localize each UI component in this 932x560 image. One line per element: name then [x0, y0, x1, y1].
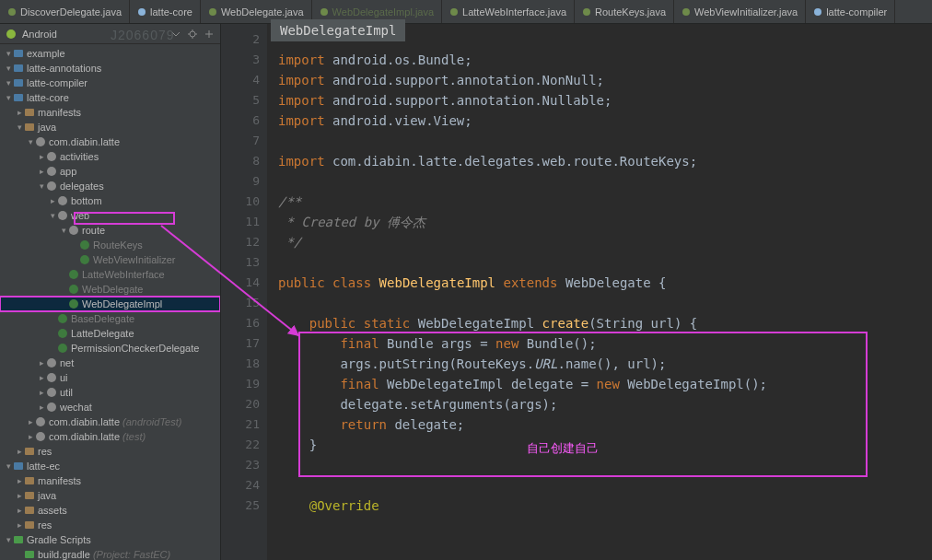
tree-node[interactable]: ▾web — [0, 208, 220, 223]
code-line[interactable] — [278, 293, 932, 313]
tree-node[interactable]: WebDelegate — [0, 282, 220, 297]
editor-tab[interactable]: DiscoverDelegate.java — [0, 0, 130, 23]
tree-node[interactable]: ▾java — [0, 120, 220, 134]
tree-node[interactable]: ▾delegates — [0, 179, 220, 193]
tree-node[interactable]: ▸wechat — [0, 400, 220, 414]
code-line[interactable]: final Bundle args = new Bundle(); — [278, 333, 932, 354]
chevron-down-icon[interactable]: ▾ — [4, 90, 13, 105]
editor-tab[interactable]: WebViewInitializer.java — [674, 0, 806, 23]
chevron-right-icon[interactable]: ▸ — [15, 473, 24, 488]
editor-tab[interactable]: latte-core — [130, 0, 201, 23]
code-line[interactable]: /** — [278, 192, 932, 212]
tree-node[interactable]: ▾latte-ec — [0, 459, 220, 473]
code-line[interactable]: * Created by 傅令杰 — [278, 212, 932, 232]
code-line[interactable]: public static WebDelegateImpl create(Str… — [278, 313, 932, 333]
chevron-down-icon[interactable]: ▾ — [15, 120, 24, 134]
hide-icon[interactable] — [204, 29, 215, 40]
tree-node[interactable]: ▾route — [0, 223, 220, 238]
tree-node[interactable]: ▸res — [0, 518, 220, 532]
tree-node[interactable]: PermissionCheckerDelegate — [0, 341, 220, 356]
chevron-right-icon[interactable]: ▸ — [37, 164, 46, 179]
code-line[interactable]: import android.support.annotation.Nullab… — [278, 90, 932, 111]
tree-node[interactable]: ▾Gradle Scripts — [0, 532, 220, 547]
chevron-down-icon[interactable]: ▾ — [48, 208, 57, 223]
tree-node[interactable]: ▸ui — [0, 370, 220, 385]
chevron-right-icon[interactable]: ▸ — [37, 385, 46, 400]
chevron-down-icon[interactable]: ▾ — [4, 46, 13, 61]
tree-node[interactable]: BaseDelegate — [0, 311, 220, 326]
tree-node[interactable]: WebViewInitializer — [0, 252, 220, 267]
chevron-right-icon[interactable]: ▸ — [26, 429, 35, 444]
tree-node[interactable]: ▾latte-compiler — [0, 76, 220, 90]
tree-node[interactable]: ▸bottom — [0, 193, 220, 208]
code-line[interactable]: return delegate; — [278, 414, 932, 435]
chevron-right-icon[interactable]: ▸ — [15, 488, 24, 503]
editor-tab[interactable]: latte-compiler — [806, 0, 895, 23]
code-line[interactable] — [278, 475, 932, 496]
editor-tab[interactable]: LatteWebInterface.java — [442, 0, 575, 23]
tree-node[interactable]: ▸manifests — [0, 473, 220, 488]
code-line[interactable]: } — [278, 435, 932, 455]
tree-node[interactable]: ▸net — [0, 356, 220, 370]
tree-node[interactable]: ▸com.diabin.latte (androidTest) — [0, 414, 220, 429]
chevron-right-icon[interactable]: ▸ — [37, 356, 46, 370]
chevron-right-icon[interactable]: ▸ — [15, 503, 24, 518]
code-line[interactable]: */ — [278, 232, 932, 252]
tree-label: app — [60, 164, 76, 179]
code-line[interactable] — [278, 252, 932, 273]
chevron-down-icon[interactable]: ▾ — [4, 459, 13, 473]
chevron-down-icon[interactable]: ▾ — [4, 532, 13, 547]
tree-node[interactable]: build.gradle (Project: FastEC) — [0, 547, 220, 560]
chevron-down-icon[interactable]: ▾ — [37, 179, 46, 193]
tree-node[interactable]: ▾latte-core — [0, 90, 220, 105]
chevron-right-icon[interactable]: ▸ — [15, 518, 24, 532]
collapse-icon[interactable] — [170, 29, 181, 40]
editor-tab[interactable]: RouteKeys.java — [575, 0, 674, 23]
gear-icon[interactable] — [187, 29, 198, 40]
tree-node[interactable]: ▸java — [0, 488, 220, 503]
code-area[interactable]: import android.os.Bundle;import android.… — [267, 24, 932, 560]
code-line[interactable] — [278, 455, 932, 475]
chevron-right-icon[interactable]: ▸ — [15, 444, 24, 459]
tree-node[interactable]: LatteDelegate — [0, 326, 220, 341]
chevron-right-icon[interactable]: ▸ — [37, 149, 46, 164]
code-line[interactable]: import com.diabin.latte.delegates.web.ro… — [278, 151, 932, 171]
chevron-right-icon[interactable]: ▸ — [48, 193, 57, 208]
chevron-right-icon[interactable]: ▸ — [37, 400, 46, 414]
chevron-down-icon[interactable]: ▾ — [26, 134, 35, 149]
tree-node[interactable]: RouteKeys — [0, 238, 220, 252]
svg-point-21 — [58, 211, 67, 220]
tree-node[interactable]: ▸activities — [0, 149, 220, 164]
code-line[interactable]: final WebDelegateImpl delegate = new Web… — [278, 374, 932, 394]
code-line[interactable] — [278, 171, 932, 192]
code-line[interactable]: public class WebDelegateImpl extends Web… — [278, 273, 932, 293]
chevron-down-icon[interactable]: ▾ — [59, 223, 68, 238]
code-editor[interactable]: 2345678910111213141516171819202122232425… — [221, 24, 932, 560]
project-tree[interactable]: ▾example▾latte-annotations▾latte-compile… — [0, 44, 220, 560]
tree-node[interactable]: ▸res — [0, 444, 220, 459]
svg-point-3 — [320, 8, 328, 16]
tree-node[interactable]: WebDelegateImpl — [0, 297, 220, 311]
chevron-down-icon[interactable]: ▾ — [4, 61, 13, 76]
project-view-header[interactable]: Android — [0, 24, 220, 44]
chevron-right-icon[interactable]: ▸ — [37, 370, 46, 385]
code-line[interactable]: @Override — [278, 496, 932, 516]
code-line[interactable]: delegate.setArguments(args); — [278, 394, 932, 414]
tree-node[interactable]: ▸app — [0, 164, 220, 179]
tree-node[interactable]: ▸assets — [0, 503, 220, 518]
tree-node[interactable]: ▸util — [0, 385, 220, 400]
code-line[interactable] — [278, 131, 932, 151]
tree-node[interactable]: ▸manifests — [0, 105, 220, 120]
tree-node[interactable]: ▾com.diabin.latte — [0, 134, 220, 149]
tree-node[interactable]: ▾example — [0, 46, 220, 61]
code-line[interactable]: args.putString(RouteKeys.URL.name(), url… — [278, 354, 932, 374]
chevron-right-icon[interactable]: ▸ — [15, 105, 24, 120]
chevron-down-icon[interactable]: ▾ — [4, 76, 13, 90]
tree-node[interactable]: ▾latte-annotations — [0, 61, 220, 76]
tree-node[interactable]: ▸com.diabin.latte (test) — [0, 429, 220, 444]
code-line[interactable]: import android.view.View; — [278, 111, 932, 131]
chevron-right-icon[interactable]: ▸ — [26, 414, 35, 429]
code-line[interactable]: import android.support.annotation.NonNul… — [278, 70, 932, 90]
tree-node[interactable]: LatteWebInterface — [0, 267, 220, 282]
code-line[interactable]: import android.os.Bundle; — [278, 50, 932, 70]
